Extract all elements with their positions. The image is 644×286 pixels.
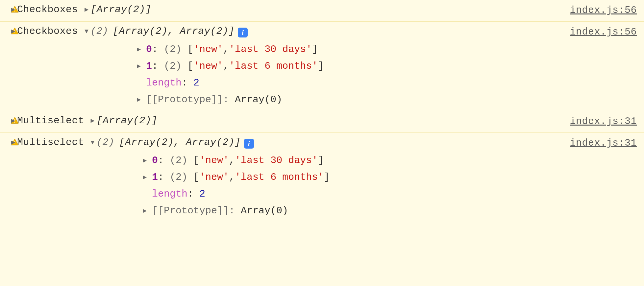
info-icon[interactable]: i [238, 28, 248, 37]
index-key: 1 [146, 58, 152, 75]
expand-toggle[interactable]: ▶ [137, 94, 144, 106]
bracket: [ [193, 169, 199, 186]
expand-toggle[interactable]: ▶ [11, 26, 15, 37]
prototype-value: Array(0) [235, 91, 282, 108]
source-link[interactable]: index.js:31 [570, 134, 641, 152]
separator: , [223, 58, 229, 75]
console-row: ▶ Checkboxes ▶ [Array(2)] index.js:56 [0, 0, 644, 22]
expand-toggle[interactable]: ▶ [143, 172, 150, 183]
number-value: 2 [199, 186, 205, 203]
expand-toggle[interactable]: ▶ [11, 115, 15, 127]
bracket: ] [318, 58, 324, 75]
array-index-row[interactable]: ▶ 1: (2) [ 'new' , 'last 6 months' ] [143, 169, 641, 186]
expand-toggle[interactable]: ▶ [137, 61, 144, 72]
bracket: ] [324, 169, 330, 186]
prototype-row[interactable]: ▶ [[Prototype]]: Array(0) [143, 203, 641, 219]
bracket: ] [318, 152, 324, 169]
length-row: length: 2 [143, 186, 641, 203]
object-preview[interactable]: [Array(2), Array(2)] [119, 134, 241, 151]
prototype-value: Array(0) [241, 203, 288, 219]
info-icon[interactable]: i [244, 139, 254, 149]
string-value: 'new' [199, 169, 229, 186]
inner-length: (2) [164, 41, 182, 58]
expand-toggle[interactable]: ▶ [137, 44, 144, 55]
inner-length: (2) [170, 152, 187, 169]
separator: , [229, 152, 235, 169]
object-children: ▶ 0: (2) [ 'new' , 'last 30 days' ] ▶ 1:… [11, 152, 641, 219]
log-label: Multiselect [17, 112, 84, 129]
source-link[interactable]: index.js:56 [570, 1, 641, 19]
string-value: 'last 30 days' [229, 41, 312, 58]
length-row: length: 2 [137, 75, 641, 91]
array-length: (2) [97, 134, 114, 151]
property-key: [[Prototype]] [152, 203, 229, 219]
property-key: length [146, 75, 182, 91]
property-key: [[Prototype]] [146, 91, 223, 108]
object-preview[interactable]: [Array(2), Array(2)] [113, 23, 235, 40]
console-row: ▶ Checkboxes ▼ (2) [Array(2), Array(2)] … [0, 21, 644, 111]
string-value: 'new' [199, 152, 229, 169]
string-value: 'new' [193, 41, 223, 58]
source-link[interactable]: index.js:31 [570, 112, 641, 130]
property-key: length [152, 186, 187, 203]
bracket: [ [187, 58, 193, 75]
string-value: 'last 6 months' [229, 58, 318, 75]
object-preview[interactable]: [Array(2)] [97, 112, 158, 129]
number-value: 2 [193, 75, 199, 91]
collapse-toggle[interactable]: ▼ [85, 26, 88, 37]
separator: , [229, 169, 235, 186]
bracket: ] [312, 41, 318, 58]
bracket: [ [187, 41, 193, 58]
inner-length: (2) [164, 58, 182, 75]
string-value: 'last 30 days' [235, 152, 318, 169]
array-length: (2) [90, 23, 108, 40]
expand-toggle[interactable]: ▶ [143, 155, 150, 166]
console-row: ▶ Multiselect ▶ [Array(2)] index.js:31 [0, 111, 644, 133]
expand-toggle[interactable]: ▶ [85, 4, 88, 15]
console-row: ▶ Multiselect ▼ (2) [Array(2), Array(2)]… [0, 132, 644, 222]
separator: , [223, 41, 229, 58]
expand-toggle[interactable]: ▶ [11, 4, 15, 15]
index-key: 0 [146, 41, 152, 58]
log-label: Checkboxes [17, 23, 78, 40]
inner-length: (2) [170, 169, 187, 186]
index-key: 1 [152, 169, 158, 186]
expand-toggle[interactable]: ▶ [143, 205, 150, 217]
index-key: 0 [152, 152, 158, 169]
log-label: Checkboxes [17, 1, 78, 18]
array-index-row[interactable]: ▶ 0: (2) [ 'new' , 'last 30 days' ] [137, 41, 641, 58]
source-link[interactable]: index.js:56 [570, 23, 641, 40]
string-value: 'new' [193, 58, 223, 75]
object-preview[interactable]: [Array(2)] [90, 1, 151, 18]
expand-toggle[interactable]: ▶ [11, 137, 15, 148]
collapse-toggle[interactable]: ▼ [91, 137, 95, 148]
expand-toggle[interactable]: ▶ [91, 115, 95, 127]
object-children: ▶ 0: (2) [ 'new' , 'last 30 days' ] ▶ 1:… [11, 40, 641, 108]
string-value: 'last 6 months' [235, 169, 324, 186]
log-label: Multiselect [17, 134, 84, 151]
prototype-row[interactable]: ▶ [[Prototype]]: Array(0) [137, 91, 641, 108]
array-index-row[interactable]: ▶ 1: (2) [ 'new' , 'last 6 months' ] [137, 58, 641, 75]
array-index-row[interactable]: ▶ 0: (2) [ 'new' , 'last 30 days' ] [143, 152, 641, 169]
bracket: [ [193, 152, 199, 169]
